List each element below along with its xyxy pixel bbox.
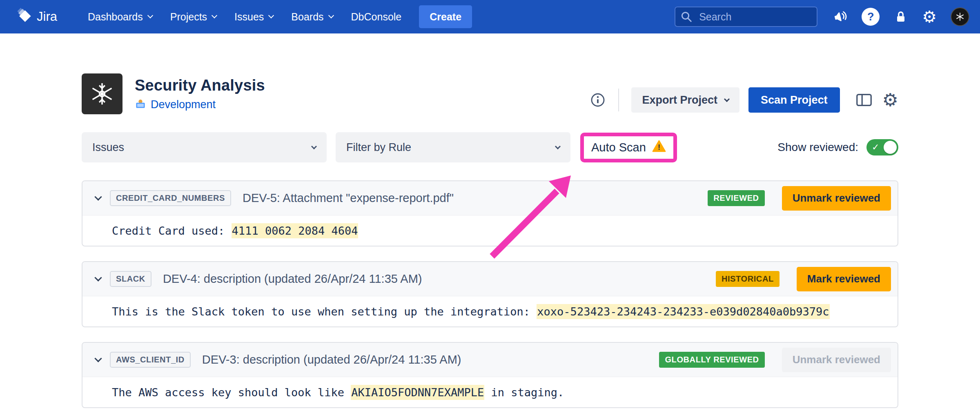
project-header: Security Analysis Development bbox=[82, 73, 898, 114]
chevron-down-icon bbox=[328, 12, 334, 18]
rule-badge: SLACK bbox=[110, 271, 151, 287]
snippet-text: in staging. bbox=[484, 386, 564, 399]
user-avatar[interactable] bbox=[951, 7, 969, 26]
filter-by-rule-dropdown[interactable]: Filter by Rule bbox=[336, 132, 570, 162]
chevron-down-icon bbox=[268, 12, 274, 18]
filter-bar: Issues Filter by Rule Auto Scan ! Show r… bbox=[82, 132, 898, 162]
snippet-text: This is the Slack token to use when sett… bbox=[112, 305, 537, 318]
info-icon[interactable] bbox=[590, 92, 606, 108]
finding-card-dev5: CREDIT_CARD_NUMBERS DEV-5: Attachment "e… bbox=[82, 180, 898, 246]
settings-icon[interactable]: ⚙ bbox=[922, 9, 937, 25]
auto-scan-label: Auto Scan bbox=[591, 141, 646, 154]
page-title: Security Analysis bbox=[135, 77, 265, 94]
nav-item-dashboards[interactable]: Dashboards bbox=[81, 5, 159, 29]
findings-list: CREDIT_CARD_NUMBERS DEV-5: Attachment "e… bbox=[82, 180, 898, 408]
status-badge: REVIEWED bbox=[708, 190, 764, 206]
nav-item-label: DbConsole bbox=[351, 11, 402, 23]
nav-item-label: Boards bbox=[291, 11, 323, 23]
primary-nav: Dashboards Projects Issues Boards DbCons… bbox=[81, 5, 408, 29]
finding-title: DEV-5: Attachment "expense-report.pdf" bbox=[243, 191, 454, 205]
lock-icon[interactable] bbox=[893, 9, 908, 24]
help-icon[interactable]: ? bbox=[862, 8, 880, 26]
check-icon: ✓ bbox=[872, 142, 879, 153]
svg-text:!: ! bbox=[658, 143, 660, 151]
export-label: Export Project bbox=[642, 94, 717, 107]
snippet-text: Credit Card used: bbox=[112, 224, 232, 237]
status-badge: HISTORICAL bbox=[716, 271, 780, 287]
jira-mark-icon bbox=[16, 7, 32, 26]
status-badge: GLOBALLY REVIEWED bbox=[659, 352, 764, 368]
board-layout-icon[interactable] bbox=[855, 91, 873, 109]
search-icon bbox=[680, 11, 693, 24]
finding-card-dev3: AWS_CLIENT_ID DEV-3: description (update… bbox=[82, 342, 898, 408]
finding-card-dev4: SLACK DEV-4: description (updated 26/Apr… bbox=[82, 261, 898, 327]
finding-snippet: Credit Card used: 4111 0062 2084 4604 bbox=[82, 215, 898, 246]
secret-highlight: AKIAIO5FODNN7EXAMPLE bbox=[351, 385, 484, 400]
finding-title: DEV-3: description (updated 26/Apr/24 11… bbox=[202, 353, 461, 366]
show-reviewed-label: Show reviewed: bbox=[777, 141, 858, 154]
review-action-button[interactable]: Unmark reviewed bbox=[782, 348, 891, 372]
chevron-down-icon bbox=[311, 144, 317, 149]
finding-snippet: The AWS access key should look like AKIA… bbox=[82, 377, 898, 407]
finding-title: DEV-4: description (updated 26/Apr/24 11… bbox=[163, 272, 422, 286]
issues-dropdown-value: Issues bbox=[92, 141, 124, 154]
review-action-button[interactable]: Mark reviewed bbox=[797, 267, 891, 291]
nav-item-projects[interactable]: Projects bbox=[163, 5, 223, 29]
create-button[interactable]: Create bbox=[419, 5, 472, 28]
question-mark-glyph: ? bbox=[867, 11, 874, 23]
export-project-button[interactable]: Export Project bbox=[631, 87, 739, 113]
jira-logo[interactable]: Jira bbox=[16, 7, 57, 26]
chevron-down-icon bbox=[555, 144, 561, 149]
search-input[interactable] bbox=[675, 7, 817, 27]
collapse-chevron-icon[interactable] bbox=[94, 193, 102, 200]
collapse-chevron-icon[interactable] bbox=[94, 355, 102, 362]
nav-item-dbconsole[interactable]: DbConsole bbox=[344, 5, 409, 29]
toggle-knob bbox=[884, 141, 897, 154]
review-action-button[interactable]: Unmark reviewed bbox=[782, 186, 891, 211]
project-avatar bbox=[82, 73, 122, 114]
global-search bbox=[675, 7, 817, 27]
show-reviewed-toggle[interactable]: ✓ bbox=[866, 139, 898, 155]
warning-icon: ! bbox=[652, 140, 666, 155]
rule-badge: AWS_CLIENT_ID bbox=[110, 352, 191, 368]
nav-item-label: Issues bbox=[234, 11, 264, 23]
secret-highlight: xoxo-523423-234243-234233-e039d02840a0b9… bbox=[537, 304, 829, 319]
snippet-text: The AWS access key should look like bbox=[112, 386, 351, 399]
project-link[interactable]: Development bbox=[151, 98, 216, 111]
nav-item-label: Dashboards bbox=[88, 11, 143, 23]
chevron-down-icon bbox=[724, 96, 730, 102]
project-type-icon bbox=[135, 98, 146, 111]
rule-dropdown-value: Filter by Rule bbox=[346, 141, 411, 154]
nav-item-label: Projects bbox=[170, 11, 207, 23]
collapse-chevron-icon[interactable] bbox=[94, 274, 102, 281]
rule-badge: CREDIT_CARD_NUMBERS bbox=[110, 190, 231, 206]
scan-project-button[interactable]: Scan Project bbox=[748, 87, 840, 113]
brand-label: Jira bbox=[37, 9, 57, 24]
finding-snippet: This is the Slack token to use when sett… bbox=[82, 296, 898, 326]
chevron-down-icon bbox=[147, 12, 153, 18]
nav-item-boards[interactable]: Boards bbox=[284, 5, 340, 29]
top-nav: Jira Dashboards Projects Issues Boards D… bbox=[0, 0, 980, 33]
auto-scan-annotated[interactable]: Auto Scan ! bbox=[580, 133, 677, 162]
announcements-icon[interactable] bbox=[832, 9, 848, 24]
chevron-down-icon bbox=[212, 12, 217, 18]
issues-dropdown[interactable]: Issues bbox=[82, 132, 327, 162]
secret-highlight: 4111 0062 2084 4604 bbox=[232, 223, 359, 238]
divider bbox=[618, 89, 619, 111]
project-settings-icon[interactable]: ⚙ bbox=[882, 91, 898, 109]
nav-item-issues[interactable]: Issues bbox=[227, 5, 280, 29]
